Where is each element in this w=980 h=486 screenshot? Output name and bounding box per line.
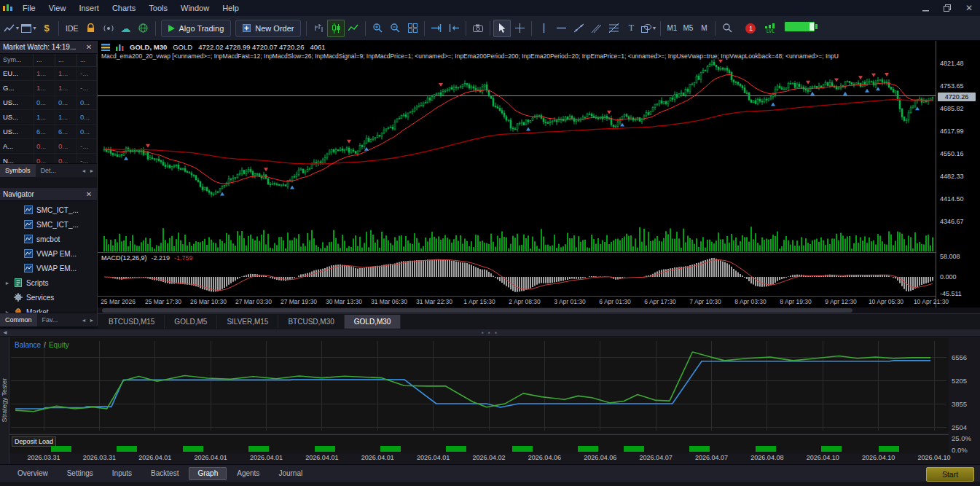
lvl-indicator[interactable]: LVL	[759, 20, 781, 37]
zoom-out-icon[interactable]	[386, 20, 404, 37]
menu-view[interactable]: View	[42, 0, 73, 16]
navigator-item[interactable]: VWAP EM...	[0, 261, 97, 275]
table-row[interactable]: US...0...0...0...	[0, 95, 97, 110]
timeframe-m5-button[interactable]: M5	[680, 20, 696, 36]
time-axis[interactable]: 25 Mar 202625 Mar 17:3026 Mar 10:3027 Ma…	[98, 297, 936, 307]
menu-insert[interactable]: Insert	[72, 0, 106, 16]
chart-tab-silver-m15[interactable]: SILVER,M15	[217, 315, 278, 329]
ide-button[interactable]: IDE	[62, 20, 82, 37]
chart-horizontal-scrollbar[interactable]	[98, 307, 980, 313]
candlestick-chart[interactable]	[98, 41, 936, 313]
auto-scroll-icon[interactable]	[428, 20, 445, 37]
chart-shift-icon[interactable]	[445, 20, 463, 37]
new-order-button[interactable]: New Order	[235, 20, 301, 37]
channel-tool-icon[interactable]	[587, 20, 605, 37]
restore-button[interactable]	[936, 0, 958, 16]
market-watch-col-header[interactable]: ...	[55, 54, 77, 66]
table-row[interactable]: N...0...0...-...	[0, 154, 97, 163]
tab-common[interactable]: Common	[0, 313, 37, 326]
line-chart-type-icon[interactable]	[345, 20, 362, 37]
market-watch-col-header[interactable]: Sym...	[0, 54, 34, 66]
menu-charts[interactable]: Charts	[106, 0, 142, 16]
tab-symbols[interactable]: Symbols	[0, 164, 36, 177]
cloud-icon[interactable]: ☁	[117, 20, 135, 37]
notification-badge[interactable]: 1	[742, 20, 759, 37]
table-row[interactable]: US...6...6...0...	[0, 125, 97, 139]
tester-tab-backtest[interactable]: Backtest	[142, 467, 187, 480]
price-scale[interactable]: 4821.484753.654685.824617.994550.164482.…	[936, 41, 980, 313]
tester-tab-journal[interactable]: Journal	[270, 467, 311, 480]
chart-quotes-icon[interactable]: ▼	[3, 20, 20, 37]
navigator-item[interactable]: SMC_ICT_...	[0, 217, 97, 232]
table-row[interactable]: A...0...0...-...	[0, 139, 97, 154]
text-tool-icon[interactable]: T	[622, 20, 640, 37]
chart-bars-icon[interactable]	[116, 44, 124, 51]
menu-tools[interactable]: Tools	[142, 0, 174, 16]
tester-tab-graph[interactable]: Graph	[189, 467, 227, 480]
cursor-tool-icon[interactable]	[493, 20, 511, 37]
horizontal-line-tool-icon[interactable]	[552, 20, 570, 37]
market-watch-col-header[interactable]: ...	[34, 54, 55, 66]
chart-menu-icon[interactable]	[101, 44, 110, 51]
timeframe-m30-button[interactable]: M	[696, 20, 712, 36]
fibonacci-tool-icon[interactable]	[605, 20, 622, 37]
camera-icon[interactable]	[469, 20, 487, 37]
navigator-item[interactable]: Services	[0, 290, 97, 305]
chart-window-icon[interactable]: ▼	[20, 20, 38, 37]
tabs-scroll-left-icon[interactable]: ◄	[80, 318, 87, 323]
tester-tab-overview[interactable]: Overview	[9, 467, 57, 480]
market-watch-close-icon[interactable]: ✕	[84, 43, 94, 51]
tester-tab-agents[interactable]: Agents	[228, 467, 268, 480]
shapes-tool-icon[interactable]: ▼	[640, 20, 657, 37]
tabs-scroll-left-icon[interactable]: ◄	[80, 168, 87, 173]
zoom-in-icon[interactable]	[369, 20, 386, 37]
scrollbar-thumb[interactable]	[102, 308, 852, 313]
trendline-tool-icon[interactable]	[570, 20, 587, 37]
tab-favorites[interactable]: Fav...	[37, 313, 63, 326]
minimize-button[interactable]	[914, 0, 936, 16]
bar-chart-type-icon[interactable]	[310, 20, 327, 37]
community-globe-icon[interactable]	[135, 20, 152, 37]
table-row[interactable]: G...1...1...-...	[0, 81, 97, 95]
menu-file[interactable]: File	[16, 0, 42, 16]
chart-tab-btcusd-m30[interactable]: BTCUSD,M30	[278, 315, 344, 329]
collapse-tester-icon[interactable]: ◄	[2, 329, 8, 336]
market-watch-col-header[interactable]: ...	[77, 54, 97, 66]
tile-windows-icon[interactable]	[404, 20, 421, 37]
symbols-dollar-icon[interactable]: $	[38, 20, 55, 37]
chart-tab-gold-m5[interactable]: GOLD,M5	[165, 315, 217, 329]
chart-tab-btcusd-m15[interactable]: BTCUSD,M15	[99, 315, 165, 329]
navigator-item[interactable]: ►Scripts	[0, 275, 97, 290]
navigator-close-icon[interactable]: ✕	[84, 190, 94, 198]
menu-help[interactable]: Help	[216, 0, 246, 16]
tab-details[interactable]: Det...	[36, 164, 62, 177]
menu-window[interactable]: Window	[174, 0, 216, 16]
panel-splitter[interactable]: ◄ ▪ ▪ ▪	[0, 329, 980, 337]
table-row[interactable]: US...1...1...0...	[0, 110, 97, 125]
navigator-item[interactable]: smcbot	[0, 232, 97, 246]
tabs-scroll-right-icon[interactable]: ►	[88, 168, 95, 173]
algo-trading-button[interactable]: Algo Trading	[161, 20, 232, 37]
balance-equity-chart[interactable]	[9, 338, 949, 433]
navigator-item[interactable]: SMC_ICT_...	[0, 203, 97, 217]
navigator-item[interactable]: ►Market	[0, 305, 97, 313]
time-axis-label: 2 Apr 08:30	[509, 298, 540, 305]
tester-tab-inputs[interactable]: Inputs	[103, 467, 141, 480]
time-axis-label: 31 Mar 22:30	[416, 298, 452, 305]
close-button[interactable]: ✕	[958, 0, 980, 16]
table-row[interactable]: EU...1...1...-...	[0, 66, 97, 81]
candlestick-type-icon[interactable]	[327, 20, 345, 37]
vertical-line-tool-icon[interactable]	[535, 20, 552, 37]
timeframe-m1-button[interactable]: M1	[664, 20, 680, 36]
chart-tab-gold-m30[interactable]: GOLD,M30	[345, 315, 401, 329]
lock-icon[interactable]	[82, 20, 100, 37]
tester-side-label[interactable]: Strategy Tester	[0, 337, 9, 464]
search-icon[interactable]	[718, 20, 736, 37]
expander-icon[interactable]: ►	[4, 281, 10, 286]
tabs-scroll-right-icon[interactable]: ►	[88, 318, 95, 323]
navigator-item[interactable]: VWAP EM...	[0, 246, 97, 261]
start-button[interactable]: Start	[926, 467, 974, 482]
tester-tab-settings[interactable]: Settings	[58, 467, 102, 480]
crosshair-tool-icon[interactable]	[511, 20, 528, 37]
broadcast-icon[interactable]	[100, 20, 117, 37]
